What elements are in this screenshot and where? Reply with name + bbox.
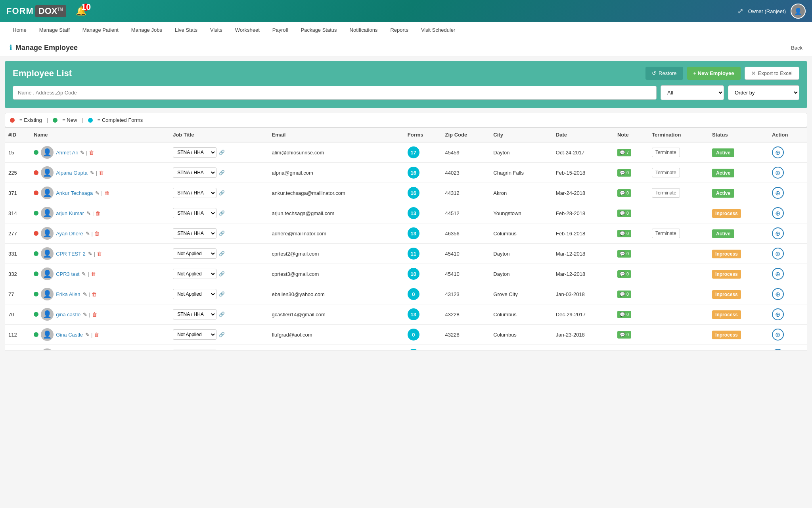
forms-badge[interactable]: 17 bbox=[408, 146, 419, 158]
expand-icon[interactable]: ⤢ bbox=[737, 7, 743, 15]
emp-name-link[interactable]: Alpana Gupta bbox=[56, 170, 88, 176]
forms-badge[interactable]: 10 bbox=[408, 268, 419, 280]
note-button[interactable]: 💬 0 bbox=[617, 331, 631, 339]
job-title-select[interactable]: STNA / HHANot AppliedRNLPN bbox=[173, 309, 216, 319]
edit-icon[interactable]: ✎ bbox=[83, 291, 87, 297]
action-button[interactable]: ⊕ bbox=[772, 288, 784, 300]
action-button[interactable]: ⊕ bbox=[772, 146, 784, 158]
external-link-icon[interactable]: 🔗 bbox=[219, 271, 225, 277]
forms-badge[interactable]: 0 bbox=[408, 329, 419, 341]
external-link-icon[interactable]: 🔗 bbox=[219, 150, 225, 155]
delete-icon[interactable]: 🗑 bbox=[91, 271, 96, 277]
nav-worksheet[interactable]: Worksheet bbox=[229, 22, 266, 39]
emp-name-link[interactable]: Ankur Techsaga bbox=[56, 190, 93, 196]
edit-icon[interactable]: ✎ bbox=[95, 190, 100, 196]
emp-name-link[interactable]: arjun Kumar bbox=[56, 210, 84, 216]
bell-icon[interactable]: 🔔 10 bbox=[76, 6, 86, 16]
forms-badge[interactable]: 13 bbox=[408, 207, 419, 219]
external-link-icon[interactable]: 🔗 bbox=[219, 312, 225, 317]
terminate-button[interactable]: Terminate bbox=[652, 168, 680, 177]
new-employee-button[interactable]: + New Employee bbox=[687, 67, 741, 80]
forms-badge[interactable]: 0 bbox=[408, 349, 419, 350]
note-button[interactable]: 💬 0 bbox=[617, 250, 631, 258]
nav-manage-patient[interactable]: Manage Patient bbox=[76, 22, 125, 39]
nav-visit-scheduler[interactable]: Visit Scheduler bbox=[415, 22, 462, 39]
action-button[interactable]: ⊕ bbox=[772, 227, 784, 239]
job-title-select[interactable]: STNA / HHANot AppliedRNLPN bbox=[173, 208, 216, 218]
job-title-select[interactable]: STNA / HHANot AppliedRNLPN bbox=[173, 188, 216, 198]
note-button[interactable]: 💬 0 bbox=[617, 189, 631, 197]
action-button[interactable]: ⊕ bbox=[772, 329, 784, 341]
nav-notifications[interactable]: Notifications bbox=[343, 22, 384, 39]
terminate-button[interactable]: Terminate bbox=[652, 229, 680, 238]
export-button[interactable]: ✕ Export to Excel bbox=[745, 67, 799, 80]
delete-icon[interactable]: 🗑 bbox=[95, 210, 100, 216]
job-title-select[interactable]: STNA / HHANot AppliedRNLPN bbox=[173, 269, 216, 279]
emp-name-link[interactable]: Ayan Dhere bbox=[56, 231, 83, 237]
job-title-select[interactable]: STNA / HHANot AppliedRNLPN bbox=[173, 350, 216, 350]
nav-visits[interactable]: Visits bbox=[204, 22, 229, 39]
delete-icon[interactable]: 🗑 bbox=[89, 150, 94, 156]
job-title-select[interactable]: STNA / HHANot AppliedRNLPN bbox=[173, 147, 216, 158]
delete-icon[interactable]: 🗑 bbox=[104, 190, 109, 196]
emp-name-link[interactable]: gina castle bbox=[56, 312, 80, 318]
external-link-icon[interactable]: 🔗 bbox=[219, 190, 225, 196]
emp-name-link[interactable]: Gina Castle bbox=[56, 332, 83, 338]
terminate-button[interactable]: Terminate bbox=[652, 148, 680, 157]
nav-reports[interactable]: Reports bbox=[384, 22, 415, 39]
external-link-icon[interactable]: 🔗 bbox=[219, 170, 225, 175]
job-title-select[interactable]: STNA / HHANot AppliedRNLPN bbox=[173, 329, 216, 340]
action-button[interactable]: ⊕ bbox=[772, 207, 784, 219]
back-button[interactable]: Back bbox=[791, 45, 802, 51]
delete-icon[interactable]: 🗑 bbox=[94, 231, 100, 237]
delete-icon[interactable]: 🗑 bbox=[92, 312, 97, 318]
external-link-icon[interactable]: 🔗 bbox=[219, 291, 225, 297]
forms-badge[interactable]: 16 bbox=[408, 167, 419, 179]
action-button[interactable]: ⊕ bbox=[772, 349, 784, 350]
action-button[interactable]: ⊕ bbox=[772, 248, 784, 260]
job-title-select[interactable]: STNA / HHANot AppliedRNLPN bbox=[173, 167, 216, 178]
edit-icon[interactable]: ✎ bbox=[80, 150, 84, 156]
forms-badge[interactable]: 13 bbox=[408, 308, 419, 320]
forms-badge[interactable]: 11 bbox=[408, 248, 419, 260]
search-input[interactable] bbox=[13, 86, 657, 100]
nav-manage-staff[interactable]: Manage Staff bbox=[33, 22, 76, 39]
forms-badge[interactable]: 0 bbox=[408, 288, 419, 300]
job-title-select[interactable]: STNA / HHANot AppliedRNLPN bbox=[173, 289, 216, 299]
note-button[interactable]: 💬 0 bbox=[617, 291, 631, 298]
delete-icon[interactable]: 🗑 bbox=[97, 251, 102, 257]
note-button[interactable]: 💬 0 bbox=[617, 230, 631, 237]
note-button[interactable]: 💬 0 bbox=[617, 311, 631, 318]
emp-name-link[interactable]: Ahmet Ali bbox=[56, 150, 78, 156]
nav-live-stats[interactable]: Live Stats bbox=[169, 22, 204, 39]
delete-icon[interactable]: 🗑 bbox=[94, 332, 99, 338]
edit-icon[interactable]: ✎ bbox=[85, 332, 90, 338]
filter-select[interactable]: All bbox=[661, 85, 724, 100]
edit-icon[interactable]: ✎ bbox=[86, 231, 90, 237]
forms-badge[interactable]: 16 bbox=[408, 187, 419, 199]
external-link-icon[interactable]: 🔗 bbox=[219, 210, 225, 216]
job-title-select[interactable]: STNA / HHANot AppliedRNLPN bbox=[173, 248, 216, 259]
forms-badge[interactable]: 13 bbox=[408, 227, 419, 239]
delete-icon[interactable]: 🗑 bbox=[92, 291, 97, 297]
action-button[interactable]: ⊕ bbox=[772, 167, 784, 179]
action-button[interactable]: ⊕ bbox=[772, 187, 784, 199]
note-button[interactable]: 💬 0 bbox=[617, 270, 631, 278]
table-scroll[interactable]: #ID Name Job Title Email Forms Zip Code … bbox=[5, 128, 807, 350]
edit-icon[interactable]: ✎ bbox=[90, 170, 94, 176]
external-link-icon[interactable]: 🔗 bbox=[219, 251, 225, 256]
action-button[interactable]: ⊕ bbox=[772, 268, 784, 280]
delete-icon[interactable]: 🗑 bbox=[99, 170, 104, 176]
note-button[interactable]: 💬 7 bbox=[617, 149, 631, 156]
nav-home[interactable]: Home bbox=[6, 22, 33, 39]
note-button[interactable]: 💬 0 bbox=[617, 169, 631, 177]
edit-icon[interactable]: ✎ bbox=[86, 210, 91, 216]
order-select[interactable]: Order by bbox=[728, 85, 799, 100]
nav-payroll[interactable]: Payroll bbox=[266, 22, 295, 39]
restore-button[interactable]: ↺ Restore bbox=[645, 67, 683, 80]
external-link-icon[interactable]: 🔗 bbox=[219, 332, 225, 337]
emp-name-link[interactable]: CPR TEST 2 bbox=[56, 251, 86, 257]
job-title-select[interactable]: STNA / HHANot AppliedRNLPN bbox=[173, 228, 216, 239]
external-link-icon[interactable]: 🔗 bbox=[219, 231, 225, 236]
edit-icon[interactable]: ✎ bbox=[82, 271, 86, 277]
